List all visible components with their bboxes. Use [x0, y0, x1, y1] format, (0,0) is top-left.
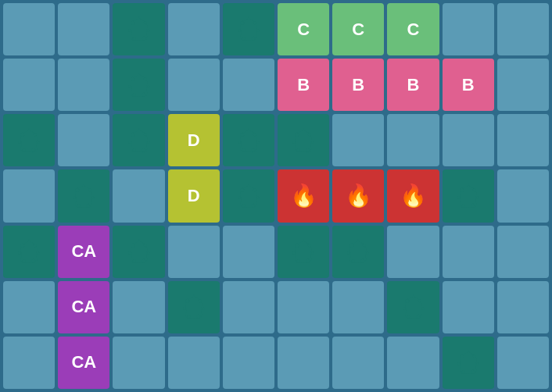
svg-point-17 — [142, 92, 145, 96]
cell-label: B — [462, 75, 475, 95]
cell-r6c6 — [332, 337, 384, 389]
cell-r0c3 — [168, 3, 220, 55]
cell-label-ca: CA — [71, 352, 96, 372]
svg-point-35 — [251, 148, 255, 151]
svg-point-11 — [251, 37, 255, 41]
svg-point-62 — [19, 252, 21, 255]
cell-r4c6 — [332, 226, 384, 278]
svg-point-61 — [34, 244, 37, 247]
cell-r2c0 — [3, 114, 55, 166]
svg-point-6 — [241, 21, 245, 25]
cell-label: B — [297, 75, 310, 95]
svg-point-73 — [308, 244, 311, 247]
fire-icon: 🔥 — [290, 183, 317, 208]
svg-point-34 — [242, 148, 246, 151]
svg-point-101 — [471, 370, 475, 374]
cell-r6c4 — [223, 337, 274, 389]
svg-point-67 — [143, 244, 146, 247]
cell-r2c5 — [278, 114, 329, 166]
cell-label: C — [352, 20, 364, 40]
cell-r4c2 — [113, 226, 164, 278]
cell-label: D — [188, 130, 200, 151]
svg-point-99 — [476, 363, 479, 365]
cell-label: B — [407, 75, 420, 95]
svg-point-38 — [293, 141, 296, 143]
cell-r2c9 — [497, 114, 549, 166]
svg-point-87 — [202, 308, 204, 310]
cell-r6c5 — [278, 337, 329, 389]
cell-r6c0 — [3, 337, 55, 389]
svg-point-8 — [238, 30, 240, 32]
svg-point-2 — [128, 30, 131, 32]
cell-r6c8 — [443, 337, 494, 389]
svg-point-33 — [256, 141, 259, 143]
svg-point-79 — [363, 244, 366, 247]
svg-point-19 — [34, 133, 37, 136]
svg-point-97 — [473, 355, 476, 358]
svg-point-9 — [256, 30, 259, 32]
cell-r1c9 — [497, 59, 549, 111]
cell-r5c2 — [113, 281, 164, 333]
cell-r0c2 — [113, 3, 164, 55]
svg-point-91 — [418, 299, 421, 302]
cell-r0c5: C — [278, 3, 329, 55]
svg-point-90 — [405, 299, 409, 303]
svg-point-49 — [253, 188, 256, 191]
svg-point-23 — [32, 148, 36, 151]
svg-point-12 — [131, 77, 134, 80]
svg-point-0 — [131, 21, 134, 25]
svg-point-13 — [143, 77, 146, 80]
svg-point-94 — [407, 315, 410, 318]
cell-r1c8: B — [443, 59, 494, 111]
cell-r3c4 — [223, 169, 274, 222]
cell-r0c7: C — [387, 3, 439, 55]
cell-r5c9 — [497, 281, 549, 333]
cell-r5c6 — [332, 281, 384, 333]
svg-point-1 — [143, 22, 146, 25]
svg-point-14 — [128, 85, 131, 87]
svg-point-77 — [306, 259, 310, 263]
cell-r6c1: CA — [58, 337, 109, 389]
svg-point-46 — [77, 204, 81, 207]
cell-r4c4 — [223, 226, 274, 278]
svg-point-37 — [308, 133, 311, 136]
cell-r1c3 — [168, 59, 220, 111]
svg-point-28 — [133, 148, 136, 151]
svg-point-74 — [293, 252, 296, 255]
svg-point-88 — [188, 315, 191, 318]
svg-point-78 — [350, 244, 354, 248]
svg-point-85 — [199, 299, 202, 302]
cell-r4c1: CA — [58, 226, 109, 278]
cell-r3c6: 🔥 — [332, 169, 384, 222]
cell-r1c6: B — [332, 59, 384, 111]
svg-point-44 — [73, 196, 76, 198]
cell-r3c8 — [443, 169, 494, 222]
cell-r5c4 — [223, 281, 274, 333]
svg-point-58 — [462, 204, 465, 207]
cell-r2c3: D — [168, 114, 220, 166]
svg-point-84 — [185, 299, 189, 303]
svg-point-42 — [76, 188, 80, 192]
svg-point-32 — [238, 141, 240, 143]
cell-r0c9 — [497, 3, 549, 55]
svg-point-68 — [128, 252, 131, 255]
svg-point-72 — [296, 244, 299, 248]
svg-point-24 — [131, 133, 134, 137]
cell-label-ca: CA — [71, 241, 96, 262]
svg-point-10 — [242, 37, 246, 40]
svg-point-75 — [311, 252, 314, 255]
cell-r4c7 — [387, 226, 439, 278]
svg-point-16 — [133, 93, 136, 96]
svg-point-36 — [296, 133, 299, 137]
svg-point-80 — [348, 252, 350, 255]
cell-r3c9 — [497, 169, 549, 222]
cell-r4c8 — [443, 226, 494, 278]
cell-r3c2 — [113, 169, 164, 222]
cell-r5c8 — [443, 281, 494, 333]
svg-point-70 — [133, 259, 136, 262]
svg-point-56 — [457, 196, 460, 198]
svg-point-30 — [241, 133, 245, 137]
svg-point-3 — [147, 30, 149, 32]
svg-point-48 — [241, 188, 245, 192]
cell-r5c7 — [387, 281, 439, 333]
